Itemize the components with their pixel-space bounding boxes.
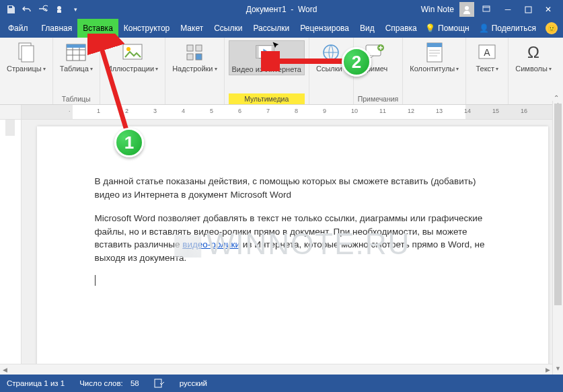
horizontal-ruler[interactable]: ·12345678910111213141516 (0, 105, 563, 120)
spellcheck-icon[interactable] (154, 379, 165, 388)
addins-button[interactable]: Надстройки▾ (170, 40, 219, 75)
lightbulb-icon: 💡 (425, 24, 435, 33)
ribbon-tabs: Файл Главная Вставка Конструктор Макет С… (0, 19, 563, 38)
ribbon-group-symbols: Ω Символы▾ (509, 38, 558, 104)
brand-label: Win Note (421, 5, 454, 14)
svg-rect-24 (427, 43, 442, 47)
qat-customize-icon[interactable]: ▾ (69, 3, 82, 16)
pages-icon (15, 42, 37, 63)
group-label-comments: Примечания (358, 93, 399, 104)
ribbon-group-headerfooter: Колонтитулы▾ (403, 38, 466, 104)
svg-rect-4 (483, 6, 490, 11)
textbox-icon: A (476, 42, 498, 63)
svg-rect-9 (67, 44, 85, 48)
svg-rect-13 (196, 45, 202, 51)
tab-layout[interactable]: Макет (175, 19, 209, 38)
svg-text:A: A (484, 47, 491, 58)
omega-icon: Ω (523, 42, 544, 63)
svg-rect-12 (187, 45, 193, 51)
paragraph-2[interactable]: Microsoft Word позволяет добавлять в тек… (95, 212, 492, 264)
svg-rect-17 (256, 46, 259, 58)
tab-mailings[interactable]: Рассылки (248, 19, 295, 38)
svg-rect-7 (22, 46, 34, 62)
tab-home[interactable]: Главная (36, 19, 78, 38)
symbols-button[interactable]: Ω Символы▾ (513, 40, 554, 75)
user-avatar-icon[interactable] (459, 2, 474, 17)
tab-references[interactable]: Ссылки (209, 19, 248, 38)
tab-file[interactable]: Файл (0, 19, 36, 38)
cursor-line[interactable] (95, 275, 492, 286)
scrollbar-thumb[interactable] (554, 104, 562, 305)
cursor-icon (272, 41, 281, 50)
annotation-arrow-1 (87, 34, 148, 141)
ribbon: Страницы▾ Таблица▾ Таблицы Иллюстрации▾ (0, 38, 563, 105)
svg-point-1 (43, 5, 48, 11)
share-icon: 👤 (479, 24, 489, 33)
table-icon (65, 42, 87, 63)
close-button[interactable]: ✕ (539, 0, 558, 19)
ribbon-display-icon[interactable] (480, 3, 493, 16)
header-footer-button[interactable]: Колонтитулы▾ (407, 40, 461, 75)
feedback-smiley-icon[interactable]: 🙂 (546, 22, 558, 34)
svg-point-2 (57, 6, 61, 10)
annotation-arrow-2 (261, 51, 355, 71)
text-button[interactable]: A Текст▾ (470, 40, 504, 75)
video-clips-link[interactable]: видео-ролики (182, 239, 240, 249)
page-count[interactable]: Страница 1 из 1 (7, 379, 65, 387)
ribbon-group-text: A Текст▾ (466, 38, 509, 104)
status-bar: Страница 1 из 1 Число слов: 58 русский (0, 375, 563, 392)
tell-me-button[interactable]: 💡Помощн (425, 24, 470, 33)
addins-icon (184, 42, 205, 63)
vertical-ruler[interactable] (0, 120, 22, 383)
svg-rect-0 (9, 6, 12, 8)
group-label-media: Мультимедиа (229, 93, 305, 104)
save-icon[interactable] (4, 3, 17, 16)
svg-rect-15 (196, 54, 202, 60)
redo-icon[interactable] (36, 3, 50, 16)
annotation-badge-1: 1 (114, 128, 144, 157)
minimize-button[interactable]: ─ (498, 0, 517, 19)
svg-rect-5 (525, 7, 531, 13)
tab-help[interactable]: Справка (380, 19, 422, 38)
share-button[interactable]: 👤Поделиться (479, 24, 536, 33)
title-bar: ▾ Документ1 - Word Win Note ─ ✕ (0, 0, 563, 19)
vertical-scrollbar[interactable]: ▲ ▼ (552, 101, 563, 375)
ruler-corner (0, 105, 22, 119)
header-icon (424, 42, 445, 63)
document-area: WINNOTE.RU В данной статье показаны дейс… (0, 120, 563, 383)
svg-point-3 (465, 6, 469, 10)
ribbon-group-pages: Страницы▾ (0, 38, 53, 104)
undo-icon[interactable] (20, 3, 34, 16)
maximize-button[interactable] (519, 0, 537, 19)
touch-mode-icon[interactable] (52, 3, 66, 16)
tab-view[interactable]: Вид (354, 19, 380, 38)
word-count[interactable]: Число слов: 58 (79, 379, 139, 387)
tab-review[interactable]: Рецензирова (295, 19, 354, 38)
language-status[interactable]: русский (180, 379, 207, 387)
horizontal-scrollbar[interactable]: ◀ ▶ (0, 364, 552, 375)
page-scroll[interactable]: WINNOTE.RU В данной статье показаны дейс… (22, 120, 563, 383)
svg-rect-14 (187, 54, 193, 60)
window-title: Документ1 - Word (246, 5, 317, 14)
annotation-badge-2: 2 (342, 47, 371, 77)
paragraph-1[interactable]: В данной статье показаны действия, с пом… (95, 175, 492, 201)
pages-button[interactable]: Страницы▾ (4, 40, 48, 75)
ribbon-group-addins: Надстройки▾ (165, 38, 224, 104)
document-page[interactable]: В данной статье показаны действия, с пом… (37, 126, 548, 375)
